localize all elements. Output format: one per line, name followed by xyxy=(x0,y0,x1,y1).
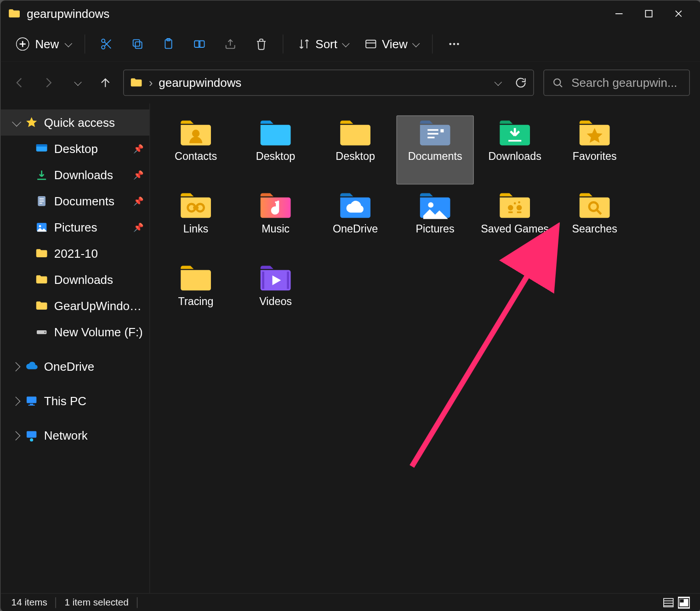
svg-rect-15 xyxy=(36,144,47,147)
file-item[interactable]: OneDrive xyxy=(317,188,394,257)
breadcrumb-segment[interactable]: gearupwindows xyxy=(159,76,241,90)
file-item[interactable]: Searches xyxy=(556,188,633,257)
videos-icon xyxy=(258,264,293,292)
svg-point-36 xyxy=(428,202,433,208)
address-bar[interactable]: › gearupwindows xyxy=(123,70,534,96)
view-button[interactable]: View xyxy=(357,32,425,56)
sidebar-item-label: Documents xyxy=(54,194,114,208)
sort-button-label: Sort xyxy=(315,37,337,51)
copy-button[interactable] xyxy=(123,32,152,56)
folder-icon xyxy=(130,76,142,89)
sidebar-item-label: Network xyxy=(44,429,88,442)
new-button[interactable]: New xyxy=(9,32,77,56)
title-bar: gearupwindows xyxy=(0,0,700,27)
file-item-label: Desktop xyxy=(256,151,296,164)
file-item[interactable]: Contacts xyxy=(157,115,234,184)
more-button[interactable] xyxy=(440,32,468,56)
sidebar-root-item[interactable]: Network xyxy=(0,422,149,448)
svg-rect-31 xyxy=(508,140,521,142)
svg-rect-40 xyxy=(517,211,521,213)
svg-point-13 xyxy=(554,79,560,85)
sidebar-item-label: Downloads xyxy=(54,168,113,182)
icons-view-button[interactable] xyxy=(678,597,690,609)
sidebar-item[interactable]: Desktop📌 xyxy=(0,136,149,162)
close-button[interactable] xyxy=(664,2,694,26)
address-row: › gearupwindows Search gearupwin... xyxy=(0,62,700,104)
pin-icon: 📌 xyxy=(133,170,143,180)
chevron-right-icon xyxy=(11,396,20,406)
up-button[interactable] xyxy=(97,74,114,91)
paste-button[interactable] xyxy=(154,32,182,56)
svg-point-25 xyxy=(30,438,33,441)
sidebar-root-item[interactable]: OneDrive xyxy=(0,353,149,379)
search-input[interactable]: Search gearupwin... xyxy=(543,70,690,96)
file-item[interactable]: Saved Games xyxy=(476,188,553,257)
clipboard-icon xyxy=(162,38,175,51)
file-item[interactable]: Documents xyxy=(396,115,473,184)
sidebar-item[interactable]: 2021-10 xyxy=(0,240,149,266)
scissors-icon xyxy=(100,38,113,51)
sidebar: Quick access Desktop📌Downloads📌Documents… xyxy=(0,103,150,593)
chevron-down-icon xyxy=(74,78,81,85)
search-icon xyxy=(577,191,612,220)
file-item[interactable]: Downloads xyxy=(476,115,553,184)
file-item[interactable]: Desktop xyxy=(237,115,314,184)
file-item[interactable]: Favorites xyxy=(556,115,633,184)
file-item[interactable]: Desktop xyxy=(317,115,394,184)
sidebar-item-label: Downloads xyxy=(54,273,113,287)
maximize-button[interactable] xyxy=(634,2,664,26)
network-icon xyxy=(25,429,38,442)
pictures-icon xyxy=(35,221,48,233)
share-button[interactable] xyxy=(216,32,245,56)
minimize-button[interactable] xyxy=(604,2,634,26)
svg-rect-29 xyxy=(427,137,434,139)
sidebar-item-label: OneDrive xyxy=(44,360,94,373)
sidebar-quick-access[interactable]: Quick access xyxy=(0,109,149,136)
recent-button[interactable] xyxy=(68,74,85,91)
links-icon xyxy=(179,191,213,220)
content-area[interactable]: ContactsDesktopDesktopDocumentsDownloads… xyxy=(150,103,700,593)
file-item[interactable]: Tracing xyxy=(157,260,234,329)
svg-rect-0 xyxy=(645,11,652,17)
view-button-label: View xyxy=(382,37,408,51)
file-item-label: Pictures xyxy=(416,223,455,236)
downloads-g-icon xyxy=(498,119,532,147)
sidebar-item[interactable]: Downloads xyxy=(0,266,149,293)
toolbar: New xyxy=(0,27,700,62)
folder-icon xyxy=(8,7,21,20)
svg-rect-39 xyxy=(508,211,512,213)
documents-b-icon xyxy=(418,119,452,147)
sidebar-item[interactable]: Documents📌 xyxy=(0,188,149,214)
svg-point-18 xyxy=(39,225,41,227)
window-title: gearupwindows xyxy=(27,7,109,21)
sidebar-item[interactable]: Pictures📌 xyxy=(0,214,149,240)
star-icon xyxy=(25,116,38,129)
file-item[interactable]: Music xyxy=(237,188,314,257)
forward-button[interactable] xyxy=(40,74,57,91)
cut-button[interactable] xyxy=(92,32,121,56)
sidebar-item[interactable]: Downloads📌 xyxy=(0,162,149,188)
refresh-icon[interactable] xyxy=(514,76,527,89)
delete-button[interactable] xyxy=(247,32,275,56)
folder-icon xyxy=(338,119,373,147)
sidebar-item[interactable]: New Volume (F:) xyxy=(0,319,149,345)
desktop-icon xyxy=(35,142,48,155)
file-item[interactable]: Pictures xyxy=(396,188,473,257)
sidebar-label: Quick access xyxy=(44,116,115,130)
sort-button[interactable]: Sort xyxy=(290,32,354,56)
file-item[interactable]: Videos xyxy=(237,260,314,329)
chevron-down-icon xyxy=(12,117,21,126)
details-view-button[interactable] xyxy=(662,597,674,609)
sidebar-root-item[interactable]: This PC xyxy=(0,388,149,414)
rename-button[interactable] xyxy=(185,32,214,56)
svg-point-20 xyxy=(44,332,46,333)
back-button[interactable] xyxy=(11,74,28,91)
sidebar-item-label: This PC xyxy=(44,394,86,408)
pin-icon: 📌 xyxy=(133,144,143,153)
sidebar-item[interactable]: GearUpWindows D xyxy=(0,293,149,319)
sidebar-item-label: GearUpWindows D xyxy=(54,299,143,313)
status-count: 14 items xyxy=(11,597,47,608)
file-item[interactable]: Links xyxy=(157,188,234,257)
chevron-down-icon[interactable] xyxy=(495,78,502,85)
svg-rect-24 xyxy=(27,431,36,437)
